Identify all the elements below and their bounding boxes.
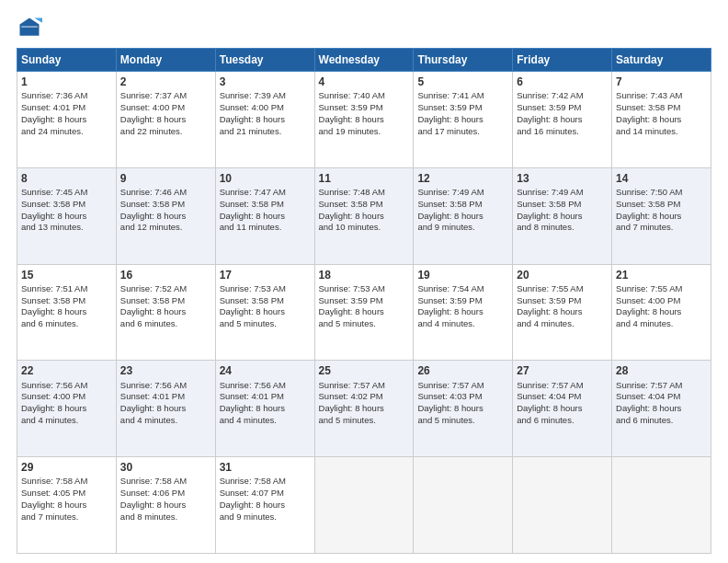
calendar-week-3: 15Sunrise: 7:51 AMSunset: 3:58 PMDayligh…	[17, 264, 711, 361]
day-number: 15	[21, 268, 112, 282]
calendar-day-8: 8Sunrise: 7:45 AMSunset: 3:58 PMDaylight…	[17, 167, 117, 264]
day-info-line: Daylight: 8 hours	[417, 306, 508, 318]
day-info-line: Sunset: 4:01 PM	[120, 391, 211, 403]
day-number: 22	[21, 363, 112, 378]
day-info-line: Sunset: 3:59 PM	[417, 295, 508, 307]
day-info-line: Sunset: 3:58 PM	[319, 199, 410, 211]
logo	[17, 15, 46, 40]
day-info-line: and 17 minutes.	[417, 126, 508, 138]
day-info-line: Sunrise: 7:49 AM	[417, 187, 508, 199]
day-info-line: Daylight: 8 hours	[21, 211, 112, 223]
calendar-day-11: 11Sunrise: 7:48 AMSunset: 3:58 PMDayligh…	[314, 167, 414, 264]
day-info-line: Daylight: 8 hours	[120, 403, 211, 415]
day-info-line: Sunset: 4:02 PM	[319, 391, 410, 403]
day-info-line: Daylight: 8 hours	[616, 306, 707, 318]
day-info-line: Sunset: 3:58 PM	[517, 199, 608, 211]
calendar-day-31: 31Sunrise: 7:58 AMSunset: 4:07 PMDayligh…	[215, 457, 314, 554]
day-info-line: Sunset: 4:01 PM	[220, 391, 311, 403]
calendar-day-17: 17Sunrise: 7:53 AMSunset: 3:58 PMDayligh…	[215, 264, 314, 361]
calendar-header-thursday: Thursday	[414, 49, 513, 72]
day-info-line: Daylight: 8 hours	[220, 211, 311, 223]
day-info-line: Sunset: 3:58 PM	[120, 199, 211, 211]
calendar-day-19: 19Sunrise: 7:54 AMSunset: 3:59 PMDayligh…	[414, 264, 513, 361]
svg-rect-2	[21, 26, 38, 28]
day-info-line: Daylight: 8 hours	[220, 403, 311, 415]
day-info-line: and 5 minutes.	[319, 318, 410, 330]
day-info-line: Sunrise: 7:51 AM	[21, 283, 112, 295]
day-info-line: Sunrise: 7:58 AM	[120, 476, 211, 488]
calendar-day-23: 23Sunrise: 7:56 AMSunset: 4:01 PMDayligh…	[116, 361, 215, 457]
day-info-line: Sunrise: 7:56 AM	[120, 380, 211, 392]
empty-cell	[513, 457, 612, 554]
day-info-line: Daylight: 8 hours	[319, 211, 410, 223]
day-number: 29	[21, 460, 112, 475]
day-info-line: and 4 minutes.	[616, 318, 707, 330]
day-info-line: Daylight: 8 hours	[417, 114, 508, 126]
header	[17, 15, 711, 40]
calendar-header-row: SundayMondayTuesdayWednesdayThursdayFrid…	[17, 49, 711, 72]
day-number: 23	[120, 363, 211, 378]
day-info-line: Sunset: 3:58 PM	[21, 199, 112, 211]
day-info-line: Sunrise: 7:57 AM	[417, 380, 508, 392]
day-info-line: Sunrise: 7:43 AM	[616, 90, 707, 102]
day-info-line: Daylight: 8 hours	[21, 500, 112, 511]
day-info-line: and 4 minutes.	[517, 318, 608, 330]
calendar-week-1: 1Sunrise: 7:36 AMSunset: 4:01 PMDaylight…	[17, 72, 711, 168]
calendar-day-7: 7Sunrise: 7:43 AMSunset: 3:58 PMDaylight…	[612, 72, 711, 168]
day-info-line: Daylight: 8 hours	[616, 403, 707, 415]
day-number: 9	[120, 171, 211, 186]
calendar-day-2: 2Sunrise: 7:37 AMSunset: 4:00 PMDaylight…	[116, 72, 215, 168]
day-info-line: Daylight: 8 hours	[616, 114, 707, 126]
day-info-line: Daylight: 8 hours	[517, 403, 608, 415]
day-info-line: Sunrise: 7:56 AM	[220, 380, 311, 392]
day-info-line: Sunset: 4:00 PM	[616, 295, 707, 307]
calendar-day-20: 20Sunrise: 7:55 AMSunset: 3:59 PMDayligh…	[513, 264, 612, 361]
day-info-line: Daylight: 8 hours	[21, 403, 112, 415]
calendar-day-12: 12Sunrise: 7:49 AMSunset: 3:58 PMDayligh…	[414, 167, 513, 264]
day-number: 21	[616, 268, 707, 282]
day-number: 24	[220, 363, 311, 378]
day-info-line: and 6 minutes.	[616, 415, 707, 427]
day-info-line: Sunset: 3:58 PM	[220, 295, 311, 307]
day-info-line: Sunrise: 7:56 AM	[21, 380, 112, 392]
day-info-line: Sunset: 3:59 PM	[517, 295, 608, 307]
day-info-line: Sunrise: 7:48 AM	[319, 187, 410, 199]
day-info-line: Sunrise: 7:40 AM	[319, 90, 410, 102]
day-info-line: and 7 minutes.	[21, 511, 112, 523]
day-info-line: Daylight: 8 hours	[417, 211, 508, 223]
calendar-day-25: 25Sunrise: 7:57 AMSunset: 4:02 PMDayligh…	[314, 361, 414, 457]
day-info-line: Sunrise: 7:55 AM	[517, 283, 608, 295]
calendar-table: SundayMondayTuesdayWednesdayThursdayFrid…	[17, 48, 711, 554]
day-number: 20	[517, 268, 608, 282]
day-info-line: Sunset: 4:00 PM	[220, 102, 311, 114]
calendar-day-27: 27Sunrise: 7:57 AMSunset: 4:04 PMDayligh…	[513, 361, 612, 457]
day-info-line: Sunrise: 7:57 AM	[319, 380, 410, 392]
day-info-line: Daylight: 8 hours	[517, 114, 608, 126]
day-info-line: and 4 minutes.	[220, 415, 311, 427]
day-info-line: Sunrise: 7:45 AM	[21, 187, 112, 199]
day-info-line: Daylight: 8 hours	[616, 211, 707, 223]
day-info-line: and 11 minutes.	[220, 222, 311, 234]
calendar-day-14: 14Sunrise: 7:50 AMSunset: 3:58 PMDayligh…	[612, 167, 711, 264]
day-number: 2	[120, 75, 211, 89]
calendar-day-18: 18Sunrise: 7:53 AMSunset: 3:59 PMDayligh…	[314, 264, 414, 361]
day-number: 30	[120, 460, 211, 475]
calendar-day-9: 9Sunrise: 7:46 AMSunset: 3:58 PMDaylight…	[116, 167, 215, 264]
day-number: 13	[517, 171, 608, 186]
day-number: 16	[120, 268, 211, 282]
day-number: 14	[616, 171, 707, 186]
calendar-day-21: 21Sunrise: 7:55 AMSunset: 4:00 PMDayligh…	[612, 264, 711, 361]
calendar-header-sunday: Sunday	[17, 49, 117, 72]
day-info-line: Daylight: 8 hours	[120, 211, 211, 223]
calendar-day-4: 4Sunrise: 7:40 AMSunset: 3:59 PMDaylight…	[314, 72, 414, 168]
calendar-header-tuesday: Tuesday	[215, 49, 314, 72]
calendar-week-4: 22Sunrise: 7:56 AMSunset: 4:00 PMDayligh…	[17, 361, 711, 457]
day-number: 8	[21, 171, 112, 186]
calendar-header-saturday: Saturday	[612, 49, 711, 72]
day-number: 12	[417, 171, 508, 186]
day-info-line: Sunrise: 7:42 AM	[517, 90, 608, 102]
day-number: 11	[319, 171, 410, 186]
day-info-line: and 4 minutes.	[21, 415, 112, 427]
day-info-line: Sunrise: 7:37 AM	[120, 90, 211, 102]
day-info-line: and 12 minutes.	[120, 222, 211, 234]
